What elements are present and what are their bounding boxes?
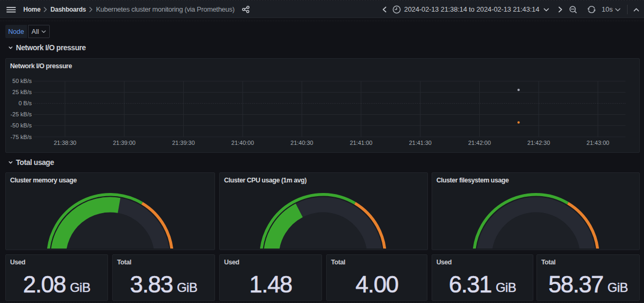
svg-text:21:38:30: 21:38:30 xyxy=(53,140,76,146)
svg-text:21:39:00: 21:39:00 xyxy=(113,140,136,146)
svg-text:50 kB/s: 50 kB/s xyxy=(12,78,32,84)
svg-text:-25 kB/s: -25 kB/s xyxy=(11,111,32,117)
svg-text:0 B/s: 0 B/s xyxy=(19,100,32,106)
svg-text:21:40:00: 21:40:00 xyxy=(231,140,254,146)
svg-text:-75 kB/s: -75 kB/s xyxy=(11,134,32,140)
svg-text:-50 kB/s: -50 kB/s xyxy=(11,122,32,128)
svg-text:21:42:30: 21:42:30 xyxy=(527,140,550,146)
svg-text:21:43:00: 21:43:00 xyxy=(587,140,610,146)
svg-text:21:41:30: 21:41:30 xyxy=(409,140,432,146)
svg-text:21:41:00: 21:41:00 xyxy=(350,140,372,146)
svg-text:25 kB/s: 25 kB/s xyxy=(12,89,32,95)
svg-text:21:40:30: 21:40:30 xyxy=(291,140,314,146)
svg-text:21:39:30: 21:39:30 xyxy=(172,140,195,146)
svg-text:21:42:00: 21:42:00 xyxy=(468,140,491,146)
